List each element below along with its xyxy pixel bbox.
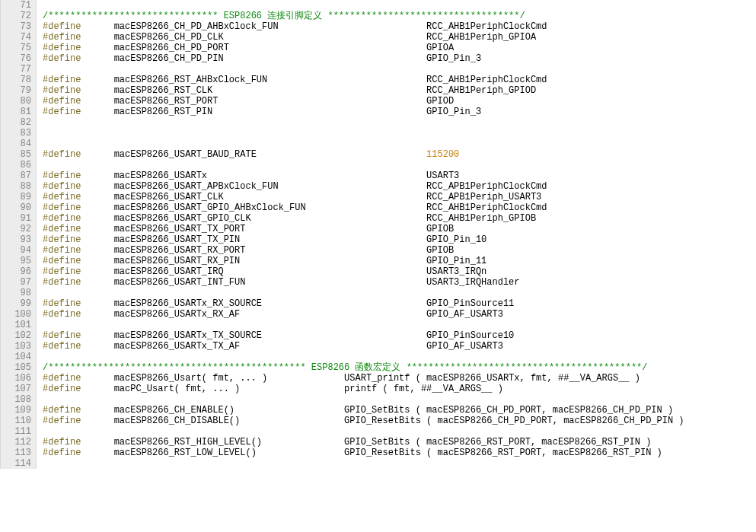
code-line: #define macESP8266_Usart( fmt, ... ) USA… xyxy=(43,373,684,384)
line-number: 83 xyxy=(1,128,31,139)
code-line: #define macESP8266_USART_TX_PORT GPIOB xyxy=(43,224,684,234)
line-number: 96 xyxy=(1,266,31,277)
line-number: 79 xyxy=(1,85,31,96)
code-line: #define macESP8266_CH_ENABLE() GPIO_SetB… xyxy=(43,405,684,416)
line-number: 73 xyxy=(1,21,31,32)
line-number: 71 xyxy=(1,0,31,11)
line-number: 72 xyxy=(1,11,31,21)
line-number: 85 xyxy=(1,149,31,160)
line-number: 99 xyxy=(1,298,31,309)
code-line xyxy=(43,139,684,149)
code-line xyxy=(43,394,684,405)
line-number: 110 xyxy=(1,416,31,426)
code-line: #define macESP8266_RST_LOW_LEVEL() GPIO_… xyxy=(43,448,684,458)
code-line: #define macESP8266_USART_RX_PIN GPIO_Pin… xyxy=(43,256,684,266)
line-number: 90 xyxy=(1,202,31,213)
code-line: #define macESP8266_USART_IRQ USART3_IRQn xyxy=(43,266,684,277)
line-number: 89 xyxy=(1,192,31,202)
code-line: #define macESP8266_CH_DISABLE() GPIO_Res… xyxy=(43,416,684,426)
code-line: #define macESP8266_USARTx_TX_SOURCE GPIO… xyxy=(43,330,684,341)
code-line xyxy=(43,426,684,437)
code-line: #define macESP8266_CH_PD_PIN GPIO_Pin_3 xyxy=(43,53,684,64)
line-number-gutter: 7172737475767778798081828384858687888990… xyxy=(0,0,37,469)
line-number: 104 xyxy=(1,352,31,362)
code-line: #define macESP8266_USART_APBxClock_FUN R… xyxy=(43,181,684,192)
code-line: #define macESP8266_RST_PIN GPIO_Pin_3 xyxy=(43,107,684,117)
code-line: #define macESP8266_USARTx_RX_SOURCE GPIO… xyxy=(43,298,684,309)
line-number: 91 xyxy=(1,213,31,224)
code-line xyxy=(43,288,684,298)
code-line xyxy=(43,352,684,362)
line-number: 108 xyxy=(1,394,31,405)
line-number: 74 xyxy=(1,32,31,43)
line-number: 76 xyxy=(1,53,31,64)
line-number: 77 xyxy=(1,64,31,75)
code-line xyxy=(43,160,684,170)
code-area[interactable]: /******************************* ESP8266… xyxy=(37,0,684,469)
code-line: /******************************* ESP8266… xyxy=(43,11,684,21)
code-line: #define macESP8266_RST_PORT GPIOD xyxy=(43,96,684,107)
line-number: 101 xyxy=(1,320,31,330)
code-line xyxy=(43,0,684,11)
code-line: #define macESP8266_USARTx_TX_AF GPIO_AF_… xyxy=(43,341,684,352)
code-line: #define macESP8266_CH_PD_CLK RCC_AHB1Per… xyxy=(43,32,684,43)
line-number: 111 xyxy=(1,426,31,437)
code-editor: 7172737475767778798081828384858687888990… xyxy=(0,0,756,469)
line-number: 100 xyxy=(1,309,31,320)
line-number: 75 xyxy=(1,43,31,53)
line-number: 81 xyxy=(1,107,31,117)
line-number: 82 xyxy=(1,117,31,128)
code-line xyxy=(43,458,684,469)
code-line: #define macESP8266_USART_CLK RCC_APB1Per… xyxy=(43,192,684,202)
code-line: #define macESP8266_USART_TX_PIN GPIO_Pin… xyxy=(43,234,684,245)
line-number: 98 xyxy=(1,288,31,298)
code-line: #define macESP8266_RST_AHBxClock_FUN RCC… xyxy=(43,75,684,85)
line-number: 87 xyxy=(1,170,31,181)
line-number: 102 xyxy=(1,330,31,341)
code-line: #define macESP8266_USARTx_RX_AF GPIO_AF_… xyxy=(43,309,684,320)
code-line: #define macESP8266_RST_HIGH_LEVEL() GPIO… xyxy=(43,437,684,448)
code-line xyxy=(43,128,684,139)
code-line xyxy=(43,64,684,75)
line-number: 97 xyxy=(1,277,31,288)
code-line xyxy=(43,117,684,128)
line-number: 113 xyxy=(1,448,31,458)
code-line: #define macESP8266_RST_CLK RCC_AHB1Perip… xyxy=(43,85,684,96)
line-number: 112 xyxy=(1,437,31,448)
code-line: #define macESP8266_USART_GPIO_CLK RCC_AH… xyxy=(43,213,684,224)
line-number: 109 xyxy=(1,405,31,416)
line-number: 94 xyxy=(1,245,31,256)
line-number: 95 xyxy=(1,256,31,266)
line-number: 106 xyxy=(1,373,31,384)
line-number: 107 xyxy=(1,384,31,394)
code-line: /***************************************… xyxy=(43,362,684,373)
line-number: 88 xyxy=(1,181,31,192)
code-line: #define macESP8266_USART_RX_PORT GPIOB xyxy=(43,245,684,256)
code-line: #define macESP8266_CH_PD_AHBxClock_FUN R… xyxy=(43,21,684,32)
line-number: 114 xyxy=(1,458,31,469)
line-number: 103 xyxy=(1,341,31,352)
code-line: #define macESP8266_USART_BAUD_RATE 11520… xyxy=(43,149,684,160)
code-line: #define macESP8266_CH_PD_PORT GPIOA xyxy=(43,43,684,53)
line-number: 93 xyxy=(1,234,31,245)
code-line: #define macPC_Usart( fmt, ... ) printf (… xyxy=(43,384,684,394)
code-line xyxy=(43,320,684,330)
line-number: 84 xyxy=(1,139,31,149)
line-number: 80 xyxy=(1,96,31,107)
line-number: 105 xyxy=(1,362,31,373)
code-line: #define macESP8266_USART_GPIO_AHBxClock_… xyxy=(43,202,684,213)
line-number: 78 xyxy=(1,75,31,85)
line-number: 86 xyxy=(1,160,31,170)
line-number: 92 xyxy=(1,224,31,234)
code-line: #define macESP8266_USART_INT_FUN USART3_… xyxy=(43,277,684,288)
code-line: #define macESP8266_USARTx USART3 xyxy=(43,170,684,181)
